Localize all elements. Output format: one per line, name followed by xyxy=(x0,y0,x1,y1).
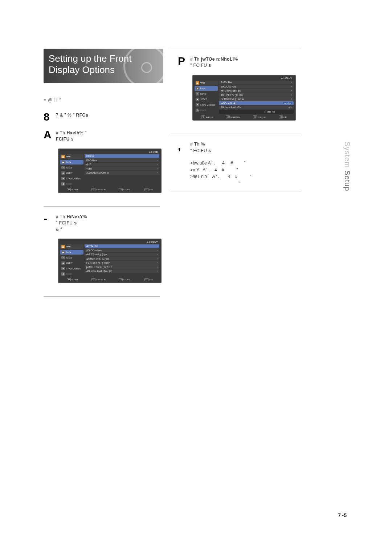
osd-row: &0LOOxo Hxe› xyxy=(85,248,159,252)
osd-nav-header: ▣Wnn xyxy=(60,154,83,159)
osd-nav-item: ✿Hxelh xyxy=(60,182,83,186)
osd-nav-item: ▶I:eox xyxy=(195,86,218,91)
osd-breadcrumb: HiNexY xyxy=(194,76,294,80)
osd-foot-item: ⊟⊟HFDF&I xyxy=(91,188,106,191)
chevron-right-icon: › xyxy=(157,245,158,247)
step-text: 7 & " % " RFCa xyxy=(56,111,88,118)
chevron-right-icon: › xyxy=(157,261,158,264)
osd-nav-item: ✿Hxelh xyxy=(60,272,83,276)
osd-nav-item: ▲20TeT xyxy=(60,261,83,265)
osd-row: jwTOe n:NhoLlbw:u0e xyxy=(219,101,294,105)
play-icon: ▶ xyxy=(61,251,65,254)
osd-row: DLOulLux› xyxy=(85,158,159,162)
osd-nav-item: ♪RIN:9 xyxy=(60,165,83,170)
chevron-right-icon: › xyxy=(157,159,158,162)
osd-row: &oT9v Hxe› xyxy=(85,244,159,248)
osd-row: &oT9v Hxe› xyxy=(219,81,294,84)
disc-icon: ● xyxy=(196,103,199,106)
osd-footer: ⟲⊕ Rb:F ⊟⊟HFDF&I ⊡⊡FlsUC ⊡⊡El xyxy=(60,187,160,192)
osd-menu-setup: Hxelh ▣Wnn ▶I:eox ♪RIN:9 ▲20TeT ●I:Yxw U… xyxy=(58,149,162,193)
osd-nav-item: ▶I:eox xyxy=(60,160,83,165)
osd-row: &0Lhexw &wxLeTw ( tpp› xyxy=(85,269,159,273)
music-icon: ♪ xyxy=(61,166,65,169)
step-text: # Th jwTOe n:NhoLl% " FCIFU s xyxy=(190,55,238,69)
disc-icon: ● xyxy=(61,177,65,180)
osd-nav-item: ●I:Yxw Ux9Twd xyxy=(195,102,218,107)
osd-row: /lp:T› xyxy=(85,163,159,166)
chevron-right-icon: › xyxy=(157,155,158,157)
osd-row: HiNexY› xyxy=(85,154,159,158)
osd-row: &R Hv:h I:Yx ( 8, Hx9› xyxy=(85,257,159,260)
chevron-right-icon: › xyxy=(291,85,292,88)
osd-foot-item: ⟲⊕ Rb:F xyxy=(67,278,79,281)
disc-graphic xyxy=(123,49,163,83)
chevron-right-icon: › xyxy=(157,257,158,260)
osd-row: &R Hv:h I:Yx ( 8, Hx9› xyxy=(219,93,294,97)
step-text: # Th % " FCIFU s xyxy=(190,140,211,154)
section-tab: System Setup xyxy=(343,142,351,191)
option-descriptions: >bw:u0e A ' . 4 # " >n:Y A ' . 4 # " >/l… xyxy=(190,160,301,187)
step-number: , xyxy=(178,140,187,152)
chevron-right-icon: › xyxy=(157,167,158,170)
step-number: - xyxy=(44,212,52,224)
osd-row: &0LOOxo Hxe› xyxy=(219,85,294,88)
gear-icon: ✿ xyxy=(61,182,65,186)
chevron-right-icon: › xyxy=(291,98,292,100)
osd-footer: ⟲⊕ Rb:F ⊟⊟HFDF&I ⊡⊡FlsUC ⊡⊡El xyxy=(60,277,160,282)
osd-menu-display: HiNexY ▣Wnn ▶I:eox ♪RIN:9 ▲20TeT ●I:Yxw … xyxy=(58,239,162,283)
osd-row: F2 RTdx I:Yx ( ) WTlw› xyxy=(85,261,159,265)
music-icon: ♪ xyxy=(61,256,65,259)
osd-nav: ▣Wnn ▶I:eox ♪RIN:9 ▲20TeT ●I:Yxw Ux9Twd … xyxy=(60,244,83,276)
photo-icon: ▲ xyxy=(196,98,199,101)
osd-row: &0Lhexw &wxLeTwn:Y xyxy=(219,106,294,109)
osd-breadcrumb: Hxelh xyxy=(60,150,160,154)
folder-icon: ▣ xyxy=(196,81,199,85)
divider xyxy=(171,134,301,134)
osd-nav-item: ●I:Yxw Ux9Twd xyxy=(60,266,83,271)
osd-menu-front-display: HiNexY ▣Wnn ▶I:eox ♪RIN:9 ▲20TeT ●I:Yxw … xyxy=(192,75,296,121)
step-text: # Th Hxelh% " FCIFU s xyxy=(56,129,87,143)
chevron-right-icon: › xyxy=(157,163,158,166)
divider xyxy=(171,49,301,49)
play-icon: ▶ xyxy=(61,161,65,164)
osd-list: HiNexY› DLOulLux› /lp:T› +:dxT› 2LwxOeLo… xyxy=(85,154,159,186)
osd-nav: ▣Wnn ▶I:eox ♪RIN:9 ▲20TeT ●I:Yxw Ux9Twd … xyxy=(195,81,218,114)
page-number: 7 -5 xyxy=(338,512,347,518)
chevron-right-icon: › xyxy=(157,266,158,268)
osd-foot-item: ⟲⊕ Rb:F xyxy=(67,188,79,191)
divider xyxy=(171,191,301,191)
chevron-right-icon: › xyxy=(291,94,292,96)
photo-icon: ▲ xyxy=(61,171,65,175)
osd-list: &oT9v Hxe› &0LOOxo Hxe› /leT 2Tsxw tpp (… xyxy=(219,81,294,114)
chevron-right-icon: › xyxy=(157,249,158,252)
divider xyxy=(44,206,160,207)
chevron-right-icon: › xyxy=(157,171,158,174)
osd-foot-item: ⊟⊟HFDF&I xyxy=(91,278,106,281)
chevron-right-icon: › xyxy=(157,253,158,256)
step-4: P # Th jwTOe n:NhoLl% " FCIFU s xyxy=(178,55,301,69)
osd-foot-item: ⟲⊕ Rb:F xyxy=(201,115,213,118)
step-1: 8 7 & " % " RFCa xyxy=(44,111,160,123)
step-number: P xyxy=(178,55,187,67)
section-heading: Setting up the Front Display Options xyxy=(44,49,163,83)
osd-nav-item: ♪RIN:9 xyxy=(60,255,83,260)
osd-foot-item: ⊡⊡El xyxy=(279,115,287,118)
osd-breadcrumb: HiNexY xyxy=(60,240,160,244)
osd-row: jwTOe n:NhoLl ( /leT n:Y› xyxy=(85,265,159,269)
osd-row: +:dxT› xyxy=(85,167,159,170)
osd-nav-item: ▶I:eox xyxy=(60,250,83,255)
osd-footer: ⟲⊕ Rb:F ⊟⊟HFDF&I ⊡⊡FlsUC ⊡⊡El xyxy=(194,114,294,119)
osd-nav-item: ♪RIN:9 xyxy=(195,92,218,96)
bullet-line: >n:Y A ' . 4 # " xyxy=(190,167,301,174)
osd-row: 2LwxOeLo &TOewTo› xyxy=(85,171,159,175)
osd-row: /leT 2Tsxw tpp ( tpp› xyxy=(219,89,294,93)
chevron-right-icon: › xyxy=(291,89,292,92)
step-text: # Th HiNexY% " FCIFU s & " xyxy=(56,212,87,233)
gear-icon: ✿ xyxy=(61,272,65,276)
osd-dropdown-option: ✓/leT n:Y xyxy=(219,110,294,114)
divider xyxy=(44,296,160,297)
step-3: - # Th HiNexY% " FCIFU s & " xyxy=(44,212,160,233)
osd-foot-item: ⊡⊡FlsUC xyxy=(253,115,266,118)
disc-icon: ● xyxy=(61,267,65,270)
step-2: A # Th Hxelh% " FCIFU s xyxy=(44,129,160,143)
